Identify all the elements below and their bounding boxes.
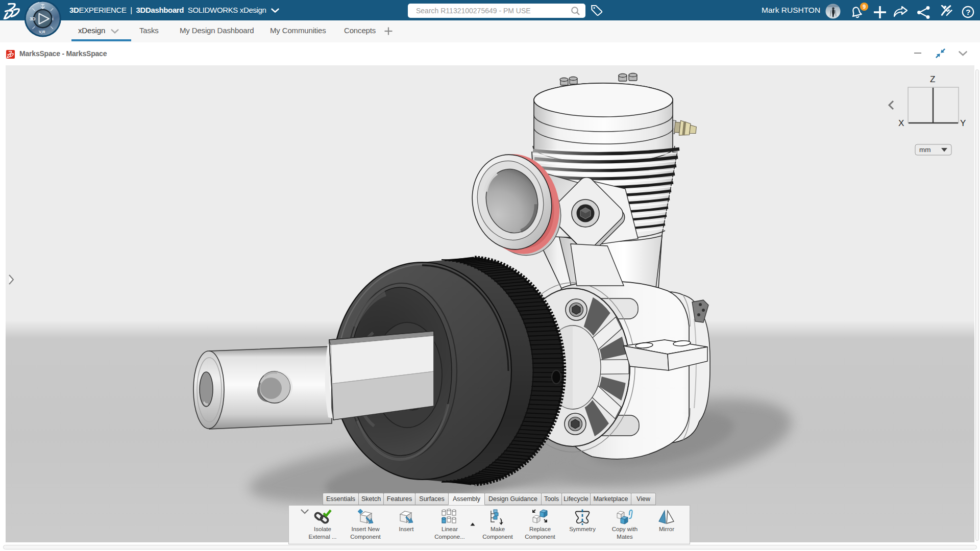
svg-text:Z: Z [930, 74, 935, 84]
svg-text:3D: 3D [30, 16, 36, 21]
svg-text:?: ? [966, 8, 970, 16]
svg-text:X: X [898, 118, 904, 128]
svg-text:Y: Y [960, 118, 966, 128]
svg-text:V,R: V,R [39, 30, 45, 34]
svg-text:i: i [52, 16, 54, 21]
svg-text:mm: mm [919, 146, 931, 154]
